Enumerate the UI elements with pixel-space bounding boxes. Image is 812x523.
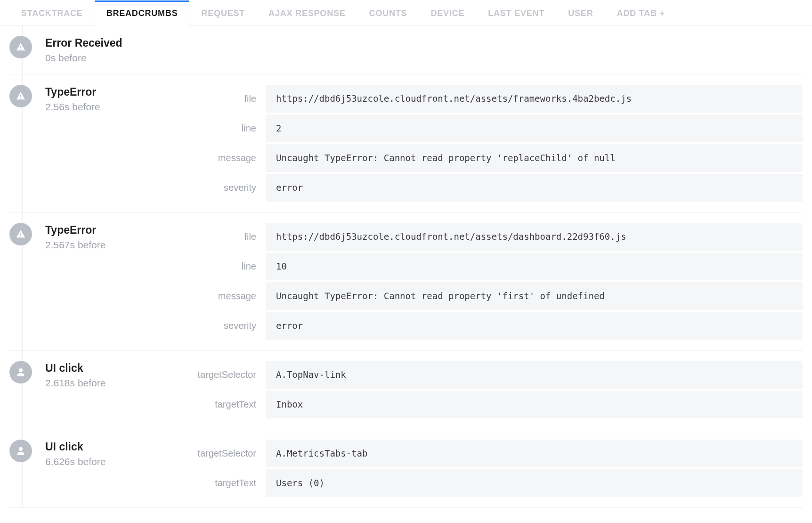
detail-row: line2 xyxy=(195,114,803,142)
detail-value: 10 xyxy=(266,253,803,280)
user-icon xyxy=(9,440,32,462)
detail-row: messageUncaught TypeError: Cannot read p… xyxy=(195,282,803,310)
detail-row: messageUncaught TypeError: Cannot read p… xyxy=(195,144,803,172)
tab-last-event[interactable]: LAST EVENT xyxy=(476,0,556,25)
detail-row: line10 xyxy=(195,253,803,280)
detail-key: targetText xyxy=(195,391,256,418)
entry-title: UI click xyxy=(45,362,182,375)
entry-time: 6.626s before xyxy=(45,456,182,467)
breadcrumb-entry: UI click2.618s beforetargetSelectorA.Top… xyxy=(9,351,803,429)
detail-value: Users (0) xyxy=(266,469,803,497)
detail-key: line xyxy=(195,114,256,142)
tab-breadcrumbs[interactable]: BREADCRUMBS xyxy=(95,0,190,25)
detail-key: message xyxy=(195,144,256,172)
detail-key: severity xyxy=(195,174,256,202)
entry-time: 2.567s before xyxy=(45,239,182,251)
detail-row: targetSelectorA.TopNav-link xyxy=(195,361,803,389)
detail-key: targetText xyxy=(195,469,256,497)
warning-icon xyxy=(9,223,32,245)
detail-row: severityerror xyxy=(195,174,803,202)
entry-title: Error Received xyxy=(45,37,182,49)
detail-row: targetTextUsers (0) xyxy=(195,469,803,497)
detail-value: Uncaught TypeError: Cannot read property… xyxy=(266,144,803,172)
detail-row: severityerror xyxy=(195,312,803,340)
breadcrumb-entry: TypeError2.56s beforefilehttps://dbd6j53… xyxy=(9,74,803,212)
entry-details: targetSelectorA.TopNav-linktargetTextInb… xyxy=(195,361,803,418)
detail-key: severity xyxy=(195,312,256,340)
entry-details: filehttps://dbd6j53uzcole.cloudfront.net… xyxy=(195,223,803,340)
tab-device[interactable]: DEVICE xyxy=(419,0,476,25)
detail-row: targetSelectorA.MetricsTabs-tab xyxy=(195,440,803,467)
user-icon xyxy=(9,361,32,384)
detail-key: targetSelector xyxy=(195,361,256,389)
add-tab-button[interactable]: ADD TAB + xyxy=(605,0,676,25)
breadcrumb-entry: Error Received0s before xyxy=(9,25,803,74)
tab-ajax-response[interactable]: AJAX RESPONSE xyxy=(257,0,357,25)
entry-title: UI click xyxy=(45,441,182,453)
breadcrumb-entry: TypeError2.567s beforefilehttps://dbd6j5… xyxy=(9,212,803,351)
tabs-bar: STACKTRACEBREADCRUMBSREQUESTAJAX RESPONS… xyxy=(0,0,812,25)
detail-value: A.TopNav-link xyxy=(266,361,803,389)
detail-value: error xyxy=(266,312,803,340)
tab-user[interactable]: USER xyxy=(556,0,605,25)
detail-value: Uncaught TypeError: Cannot read property… xyxy=(266,282,803,310)
detail-value: 2 xyxy=(266,114,803,142)
entry-details: targetSelectorA.MetricsTabs-tabtargetTex… xyxy=(195,440,803,497)
detail-key: file xyxy=(195,223,256,251)
detail-value: https://dbd6j53uzcole.cloudfront.net/ass… xyxy=(266,223,803,251)
tab-counts[interactable]: COUNTS xyxy=(357,0,419,25)
breadcrumbs-timeline: Error Received0s beforeTypeError2.56s be… xyxy=(0,25,812,508)
detail-value: A.MetricsTabs-tab xyxy=(266,440,803,467)
warning-icon xyxy=(9,85,32,107)
detail-row: filehttps://dbd6j53uzcole.cloudfront.net… xyxy=(195,85,803,113)
tab-stacktrace[interactable]: STACKTRACE xyxy=(9,0,95,25)
detail-value: https://dbd6j53uzcole.cloudfront.net/ass… xyxy=(266,85,803,113)
breadcrumb-entry: UI click6.626s beforetargetSelectorA.Met… xyxy=(9,429,803,508)
entry-details xyxy=(195,36,803,64)
entry-time: 2.56s before xyxy=(45,101,182,113)
detail-value: error xyxy=(266,174,803,202)
entry-title: TypeError xyxy=(45,224,182,237)
entry-time: 2.618s before xyxy=(45,377,182,389)
entry-title: TypeError xyxy=(45,86,182,98)
detail-key: line xyxy=(195,253,256,280)
tab-request[interactable]: REQUEST xyxy=(189,0,257,25)
detail-key: message xyxy=(195,282,256,310)
detail-row: targetTextInbox xyxy=(195,391,803,418)
detail-key: targetSelector xyxy=(195,440,256,467)
entry-details: filehttps://dbd6j53uzcole.cloudfront.net… xyxy=(195,85,803,202)
detail-row: filehttps://dbd6j53uzcole.cloudfront.net… xyxy=(195,223,803,251)
entry-time: 0s before xyxy=(45,52,182,64)
warning-icon xyxy=(9,36,32,58)
detail-key: file xyxy=(195,85,256,113)
detail-value: Inbox xyxy=(266,391,803,418)
